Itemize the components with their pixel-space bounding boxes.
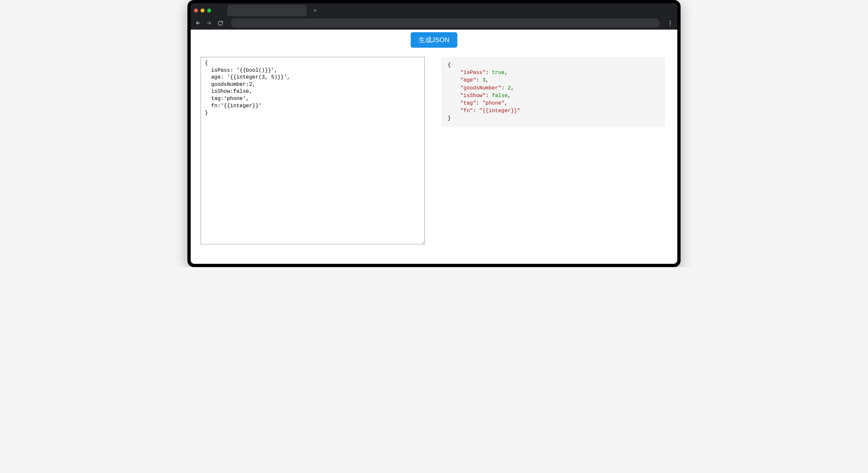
- json-token-key: "tag": [460, 100, 476, 106]
- back-button[interactable]: [195, 20, 201, 26]
- reload-icon: [218, 20, 223, 26]
- address-bar[interactable]: [231, 19, 659, 28]
- json-token-key: "isPass": [460, 70, 486, 76]
- browser-chrome: +: [191, 3, 677, 30]
- json-token-punc: ,: [486, 77, 489, 83]
- json-token-str: "phone": [482, 100, 504, 106]
- json-token-num: 3: [482, 77, 486, 83]
- device-inner: + 生成: [191, 3, 677, 264]
- json-token-bool: false: [492, 93, 508, 99]
- maximize-window-icon[interactable]: [207, 8, 211, 12]
- json-token-key: "goodsNumber": [460, 85, 501, 91]
- close-window-icon[interactable]: [194, 8, 198, 12]
- browser-tab[interactable]: [227, 5, 306, 16]
- json-token-punc: ,: [511, 85, 514, 91]
- json-token-punc: :: [501, 85, 508, 91]
- forward-button[interactable]: [206, 20, 212, 26]
- json-token-punc: :: [476, 77, 482, 83]
- arrow-left-icon: [195, 20, 201, 26]
- minimize-window-icon[interactable]: [200, 8, 205, 12]
- kebab-dot-icon: [670, 25, 671, 26]
- template-input[interactable]: [200, 57, 425, 244]
- json-token-punc: :: [486, 70, 492, 76]
- arrow-right-icon: [206, 20, 212, 26]
- json-token-punc: :: [476, 100, 482, 106]
- page-content: 生成JSON { "isPass": true, "age": 3, "good…: [191, 30, 677, 264]
- json-token-punc: ,: [508, 93, 511, 99]
- json-token-num: 2: [508, 85, 511, 91]
- json-output: { "isPass": true, "age": 3, "goodsNumber…: [441, 57, 665, 127]
- json-token-punc: :: [486, 93, 492, 99]
- browser-menu-button[interactable]: [667, 20, 673, 26]
- kebab-dot-icon: [670, 21, 671, 22]
- new-tab-button[interactable]: +: [310, 6, 319, 15]
- reload-button[interactable]: [217, 20, 224, 26]
- json-token-key: "isShow": [460, 93, 486, 99]
- device-frame: + 生成: [187, 0, 681, 267]
- json-token-punc: ,: [504, 70, 508, 76]
- right-panel: { "isPass": true, "age": 3, "goodsNumber…: [441, 57, 665, 246]
- json-token-key: "age": [460, 77, 476, 83]
- traffic-lights: [194, 8, 211, 12]
- json-token-str: "{{integer}}": [479, 108, 521, 114]
- generate-json-button[interactable]: 生成JSON: [411, 32, 457, 48]
- json-token-punc: {: [448, 62, 451, 68]
- plus-icon: +: [313, 7, 317, 14]
- nav-bar: [191, 17, 677, 30]
- json-token-bool: true: [492, 70, 504, 76]
- json-token-punc: }: [448, 115, 451, 121]
- kebab-dot-icon: [670, 23, 671, 24]
- left-panel: [200, 57, 425, 246]
- json-token-key: "fn": [460, 108, 473, 114]
- tab-bar: +: [191, 3, 677, 17]
- json-token-punc: ,: [504, 100, 508, 106]
- panels: { "isPass": true, "age": 3, "goodsNumber…: [200, 57, 668, 246]
- json-token-punc: :: [473, 108, 479, 114]
